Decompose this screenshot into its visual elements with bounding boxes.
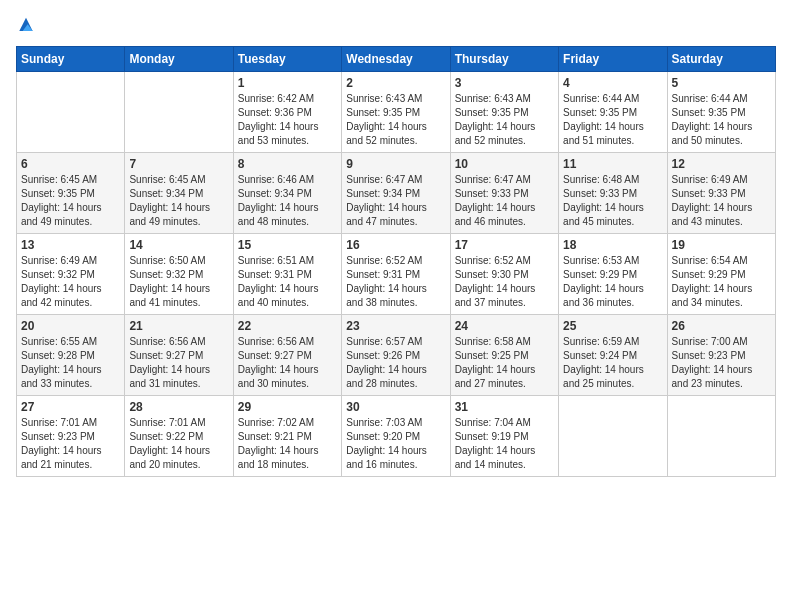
day-info: Sunrise: 6:51 AM Sunset: 9:31 PM Dayligh… — [238, 254, 337, 310]
calendar-week-row: 1Sunrise: 6:42 AM Sunset: 9:36 PM Daylig… — [17, 72, 776, 153]
calendar-header-wednesday: Wednesday — [342, 47, 450, 72]
day-info: Sunrise: 7:01 AM Sunset: 9:22 PM Dayligh… — [129, 416, 228, 472]
day-number: 4 — [563, 76, 662, 90]
calendar-cell: 11Sunrise: 6:48 AM Sunset: 9:33 PM Dayli… — [559, 153, 667, 234]
calendar-cell: 25Sunrise: 6:59 AM Sunset: 9:24 PM Dayli… — [559, 315, 667, 396]
calendar-cell: 30Sunrise: 7:03 AM Sunset: 9:20 PM Dayli… — [342, 396, 450, 477]
day-number: 2 — [346, 76, 445, 90]
day-info: Sunrise: 6:45 AM Sunset: 9:35 PM Dayligh… — [21, 173, 120, 229]
day-number: 29 — [238, 400, 337, 414]
calendar-table: SundayMondayTuesdayWednesdayThursdayFrid… — [16, 46, 776, 477]
calendar-cell — [125, 72, 233, 153]
calendar-cell: 3Sunrise: 6:43 AM Sunset: 9:35 PM Daylig… — [450, 72, 558, 153]
calendar-cell: 4Sunrise: 6:44 AM Sunset: 9:35 PM Daylig… — [559, 72, 667, 153]
day-number: 13 — [21, 238, 120, 252]
day-info: Sunrise: 6:42 AM Sunset: 9:36 PM Dayligh… — [238, 92, 337, 148]
day-info: Sunrise: 7:04 AM Sunset: 9:19 PM Dayligh… — [455, 416, 554, 472]
day-number: 27 — [21, 400, 120, 414]
day-number: 10 — [455, 157, 554, 171]
day-info: Sunrise: 6:49 AM Sunset: 9:33 PM Dayligh… — [672, 173, 771, 229]
day-info: Sunrise: 6:47 AM Sunset: 9:33 PM Dayligh… — [455, 173, 554, 229]
calendar-header-sunday: Sunday — [17, 47, 125, 72]
day-number: 19 — [672, 238, 771, 252]
calendar-cell: 1Sunrise: 6:42 AM Sunset: 9:36 PM Daylig… — [233, 72, 341, 153]
day-number: 9 — [346, 157, 445, 171]
day-number: 12 — [672, 157, 771, 171]
calendar-cell: 14Sunrise: 6:50 AM Sunset: 9:32 PM Dayli… — [125, 234, 233, 315]
calendar-header-tuesday: Tuesday — [233, 47, 341, 72]
day-number: 23 — [346, 319, 445, 333]
logo-icon — [16, 16, 36, 36]
calendar-cell: 21Sunrise: 6:56 AM Sunset: 9:27 PM Dayli… — [125, 315, 233, 396]
calendar-week-row: 20Sunrise: 6:55 AM Sunset: 9:28 PM Dayli… — [17, 315, 776, 396]
header — [16, 16, 776, 36]
day-number: 6 — [21, 157, 120, 171]
day-info: Sunrise: 6:56 AM Sunset: 9:27 PM Dayligh… — [129, 335, 228, 391]
day-info: Sunrise: 6:49 AM Sunset: 9:32 PM Dayligh… — [21, 254, 120, 310]
day-info: Sunrise: 6:56 AM Sunset: 9:27 PM Dayligh… — [238, 335, 337, 391]
calendar-cell: 10Sunrise: 6:47 AM Sunset: 9:33 PM Dayli… — [450, 153, 558, 234]
day-number: 7 — [129, 157, 228, 171]
day-info: Sunrise: 6:58 AM Sunset: 9:25 PM Dayligh… — [455, 335, 554, 391]
calendar-cell: 31Sunrise: 7:04 AM Sunset: 9:19 PM Dayli… — [450, 396, 558, 477]
day-info: Sunrise: 6:44 AM Sunset: 9:35 PM Dayligh… — [672, 92, 771, 148]
calendar-cell: 19Sunrise: 6:54 AM Sunset: 9:29 PM Dayli… — [667, 234, 775, 315]
day-info: Sunrise: 7:01 AM Sunset: 9:23 PM Dayligh… — [21, 416, 120, 472]
day-info: Sunrise: 6:48 AM Sunset: 9:33 PM Dayligh… — [563, 173, 662, 229]
day-number: 8 — [238, 157, 337, 171]
calendar-cell: 28Sunrise: 7:01 AM Sunset: 9:22 PM Dayli… — [125, 396, 233, 477]
day-number: 25 — [563, 319, 662, 333]
day-number: 3 — [455, 76, 554, 90]
calendar-header-thursday: Thursday — [450, 47, 558, 72]
calendar-cell: 17Sunrise: 6:52 AM Sunset: 9:30 PM Dayli… — [450, 234, 558, 315]
day-info: Sunrise: 6:53 AM Sunset: 9:29 PM Dayligh… — [563, 254, 662, 310]
day-number: 20 — [21, 319, 120, 333]
calendar-cell: 5Sunrise: 6:44 AM Sunset: 9:35 PM Daylig… — [667, 72, 775, 153]
day-number: 31 — [455, 400, 554, 414]
day-info: Sunrise: 6:54 AM Sunset: 9:29 PM Dayligh… — [672, 254, 771, 310]
day-info: Sunrise: 6:50 AM Sunset: 9:32 PM Dayligh… — [129, 254, 228, 310]
day-number: 5 — [672, 76, 771, 90]
calendar-cell — [17, 72, 125, 153]
day-info: Sunrise: 7:03 AM Sunset: 9:20 PM Dayligh… — [346, 416, 445, 472]
calendar-cell: 13Sunrise: 6:49 AM Sunset: 9:32 PM Dayli… — [17, 234, 125, 315]
day-number: 30 — [346, 400, 445, 414]
calendar-cell: 22Sunrise: 6:56 AM Sunset: 9:27 PM Dayli… — [233, 315, 341, 396]
day-info: Sunrise: 6:47 AM Sunset: 9:34 PM Dayligh… — [346, 173, 445, 229]
calendar-cell: 6Sunrise: 6:45 AM Sunset: 9:35 PM Daylig… — [17, 153, 125, 234]
day-number: 11 — [563, 157, 662, 171]
calendar-cell: 23Sunrise: 6:57 AM Sunset: 9:26 PM Dayli… — [342, 315, 450, 396]
day-number: 1 — [238, 76, 337, 90]
day-info: Sunrise: 7:00 AM Sunset: 9:23 PM Dayligh… — [672, 335, 771, 391]
day-info: Sunrise: 6:52 AM Sunset: 9:31 PM Dayligh… — [346, 254, 445, 310]
calendar-cell — [559, 396, 667, 477]
day-number: 28 — [129, 400, 228, 414]
calendar-cell: 16Sunrise: 6:52 AM Sunset: 9:31 PM Dayli… — [342, 234, 450, 315]
day-info: Sunrise: 6:45 AM Sunset: 9:34 PM Dayligh… — [129, 173, 228, 229]
calendar-cell: 2Sunrise: 6:43 AM Sunset: 9:35 PM Daylig… — [342, 72, 450, 153]
calendar-header-row: SundayMondayTuesdayWednesdayThursdayFrid… — [17, 47, 776, 72]
calendar-cell — [667, 396, 775, 477]
day-info: Sunrise: 6:43 AM Sunset: 9:35 PM Dayligh… — [346, 92, 445, 148]
day-info: Sunrise: 6:55 AM Sunset: 9:28 PM Dayligh… — [21, 335, 120, 391]
calendar-cell: 8Sunrise: 6:46 AM Sunset: 9:34 PM Daylig… — [233, 153, 341, 234]
day-number: 15 — [238, 238, 337, 252]
day-info: Sunrise: 7:02 AM Sunset: 9:21 PM Dayligh… — [238, 416, 337, 472]
day-number: 14 — [129, 238, 228, 252]
day-info: Sunrise: 6:46 AM Sunset: 9:34 PM Dayligh… — [238, 173, 337, 229]
calendar-week-row: 6Sunrise: 6:45 AM Sunset: 9:35 PM Daylig… — [17, 153, 776, 234]
calendar-cell: 18Sunrise: 6:53 AM Sunset: 9:29 PM Dayli… — [559, 234, 667, 315]
calendar-cell: 29Sunrise: 7:02 AM Sunset: 9:21 PM Dayli… — [233, 396, 341, 477]
day-number: 24 — [455, 319, 554, 333]
calendar-cell: 27Sunrise: 7:01 AM Sunset: 9:23 PM Dayli… — [17, 396, 125, 477]
calendar-cell: 7Sunrise: 6:45 AM Sunset: 9:34 PM Daylig… — [125, 153, 233, 234]
calendar-cell: 20Sunrise: 6:55 AM Sunset: 9:28 PM Dayli… — [17, 315, 125, 396]
calendar-cell: 26Sunrise: 7:00 AM Sunset: 9:23 PM Dayli… — [667, 315, 775, 396]
calendar-cell: 12Sunrise: 6:49 AM Sunset: 9:33 PM Dayli… — [667, 153, 775, 234]
day-number: 17 — [455, 238, 554, 252]
calendar-week-row: 27Sunrise: 7:01 AM Sunset: 9:23 PM Dayli… — [17, 396, 776, 477]
day-info: Sunrise: 6:52 AM Sunset: 9:30 PM Dayligh… — [455, 254, 554, 310]
calendar-cell: 9Sunrise: 6:47 AM Sunset: 9:34 PM Daylig… — [342, 153, 450, 234]
day-number: 22 — [238, 319, 337, 333]
day-number: 26 — [672, 319, 771, 333]
